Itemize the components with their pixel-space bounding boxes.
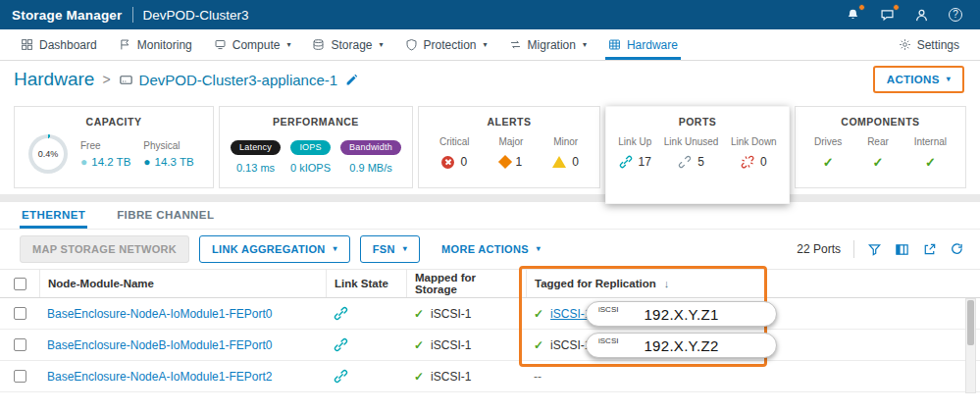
cluster-name: DevPOD-Cluster3 — [143, 8, 249, 23]
select-all-checkbox[interactable] — [14, 278, 26, 290]
internal-status: Internal ✓ — [914, 136, 947, 170]
actions-button[interactable]: ACTIONS ▾ — [873, 66, 964, 93]
rear-status: Rear ✓ — [867, 136, 889, 170]
filter-icon[interactable] — [867, 242, 882, 257]
link-up-icon — [334, 369, 348, 384]
row-checkbox[interactable] — [14, 307, 26, 320]
fsn-button[interactable]: FSN ▾ — [360, 235, 420, 263]
card-title: CAPACITY — [15, 116, 213, 128]
nav-items: Dashboard Monitoring Compute ▾ Storage ▾… — [10, 29, 689, 60]
export-icon[interactable] — [922, 242, 937, 257]
nav-dashboard[interactable]: Dashboard — [10, 29, 108, 60]
nav-migration[interactable]: Migration ▾ — [498, 29, 597, 60]
link-aggregation-button[interactable]: LINK AGGREGATION ▾ — [199, 235, 350, 263]
chevron-down-icon: ▾ — [286, 41, 290, 49]
row-checkbox[interactable] — [14, 338, 26, 351]
table-row: BaseEnclosure-NodeA-IoModule1-FEPort0 ✓i… — [0, 298, 980, 330]
minor-icon — [552, 156, 566, 168]
breadcrumb: Hardware > DevPOD-Cluster3-appliance-1 A… — [0, 61, 980, 98]
chevron-down-icon: ▾ — [484, 41, 488, 49]
nav-settings[interactable]: Settings — [888, 29, 970, 60]
nav-label: Migration — [528, 38, 576, 52]
ports-table: Node-Module-Name Link State Mapped for S… — [0, 269, 980, 392]
link-unused-stat: Link Unused 5 — [664, 136, 719, 169]
more-actions-button[interactable]: MORE ACTIONS ▾ — [430, 236, 552, 262]
tab-fibre-channel[interactable]: FIBRE CHANNEL — [115, 209, 216, 229]
compute-icon — [214, 38, 227, 51]
main-nav: Dashboard Monitoring Compute ▾ Storage ▾… — [0, 29, 980, 61]
vertical-scrollbar[interactable] — [965, 298, 976, 393]
nav-label: Dashboard — [39, 38, 97, 52]
nav-monitoring[interactable]: Monitoring — [108, 29, 203, 60]
capacity-physical-stat: Physical ●14.3 TB — [143, 140, 193, 168]
nav-storage[interactable]: Storage ▾ — [301, 29, 393, 60]
toolbar-divider — [853, 240, 854, 258]
edit-pencil-icon[interactable] — [345, 74, 358, 86]
ip-address: 192.X.Y.Z1 — [644, 306, 718, 323]
link-down-stat: Link Down 0 — [731, 136, 777, 169]
nav-compute[interactable]: Compute ▾ — [203, 29, 302, 60]
ports-card[interactable]: PORTS Link Up 17 Link Unused 5 Link Down — [605, 106, 790, 204]
nav-label: Storage — [331, 38, 372, 52]
chevron-down-icon: ▾ — [947, 76, 951, 83]
ip-callout: iSCSI 192.X.Y.Z1 — [586, 301, 777, 327]
protocol-label: iSCSI — [598, 336, 618, 345]
row-checkbox[interactable] — [14, 370, 26, 383]
section-divider — [0, 194, 980, 202]
components-card[interactable]: COMPONENTS Drives ✓ Rear ✓ Internal ✓ — [795, 106, 966, 188]
capacity-card[interactable]: CAPACITY 0.4% Free ●14.2 TB Physical ●14… — [14, 106, 214, 188]
nav-hardware[interactable]: Hardware — [597, 29, 689, 60]
topbar: Storage Manager DevPOD-Cluster3 ? — [0, 0, 980, 29]
major-icon — [498, 155, 512, 169]
port-type-tabs: ETHERNET FIBRE CHANNEL — [0, 202, 980, 230]
topbar-actions: ? — [844, 6, 964, 24]
notifications-bell-icon[interactable] — [844, 6, 861, 24]
nav-label: Compute — [232, 38, 281, 52]
col-node-module-name[interactable]: Node-Module-Name — [39, 270, 326, 297]
link-unused-icon — [678, 155, 692, 169]
messages-icon[interactable] — [878, 6, 896, 24]
map-storage-network-button[interactable]: MAP STORAGE NETWORK — [20, 235, 189, 263]
chevron-down-icon: ▾ — [334, 245, 337, 253]
user-icon[interactable] — [912, 6, 930, 24]
notification-badge — [858, 4, 865, 11]
hardware-detail-content: ETHERNET FIBRE CHANNEL MAP STORAGE NETWO… — [0, 202, 980, 392]
chevron-down-icon: ▾ — [583, 41, 587, 49]
breadcrumb-hardware-link[interactable]: Hardware — [14, 69, 94, 90]
table-row: BaseEnclosure-NodeB-IoModule1-FEPort0 ✓i… — [0, 330, 980, 361]
help-icon[interactable]: ? — [947, 6, 964, 24]
link-down-icon — [741, 155, 754, 169]
scrollbar-thumb[interactable] — [967, 300, 974, 345]
gear-icon — [899, 38, 911, 51]
port-name-link[interactable]: BaseEnclosure-NodeA-IoModule1-FEPort2 — [47, 370, 272, 384]
card-title: PORTS — [606, 116, 789, 128]
major-alerts: Major 1 — [498, 136, 523, 169]
columns-icon[interactable] — [895, 242, 909, 257]
performance-card[interactable]: PERFORMANCE Latency 0.13 ms IOPS 0 kIOPS… — [219, 106, 413, 188]
drives-status: Drives ✓ — [814, 136, 842, 170]
card-title: ALERTS — [419, 116, 599, 128]
chevron-down-icon: ▾ — [403, 245, 407, 253]
table-toolbar: MAP STORAGE NETWORK LINK AGGREGATION ▾ F… — [0, 230, 980, 269]
check-icon: ✓ — [414, 370, 424, 384]
nav-right: Settings — [888, 29, 970, 60]
refresh-icon[interactable] — [950, 242, 964, 257]
sort-desc-icon[interactable]: ↓ — [664, 278, 670, 289]
minor-alerts: Minor 0 — [552, 136, 579, 169]
alerts-card[interactable]: ALERTS Critical 0 Major 1 Minor 0 — [418, 106, 600, 188]
col-tagged-for-replication[interactable]: Tagged for Replication ↓ — [526, 270, 980, 297]
tab-ethernet[interactable]: ETHERNET — [20, 209, 87, 229]
col-link-state[interactable]: Link State — [326, 270, 406, 297]
capacity-gauge-value: 0.4% — [32, 138, 64, 170]
nav-protection[interactable]: Protection ▾ — [394, 29, 498, 60]
port-name-link[interactable]: BaseEnclosure-NodeB-IoModule1-FEPort0 — [47, 338, 272, 352]
protocol-label: iSCSI — [598, 305, 618, 314]
ports-count: 22 Ports — [797, 242, 841, 256]
question-mark-glyph: ? — [949, 8, 962, 22]
port-name-link[interactable]: BaseEnclosure-NodeA-IoModule1-FEPort0 — [47, 307, 272, 321]
table-header: Node-Module-Name Link State Mapped for S… — [0, 269, 980, 298]
chevron-down-icon: ▾ — [380, 41, 384, 49]
col-mapped-for-storage[interactable]: Mapped for Storage — [406, 270, 526, 297]
check-icon: ✓ — [534, 307, 543, 321]
nav-label: Hardware — [627, 38, 678, 52]
